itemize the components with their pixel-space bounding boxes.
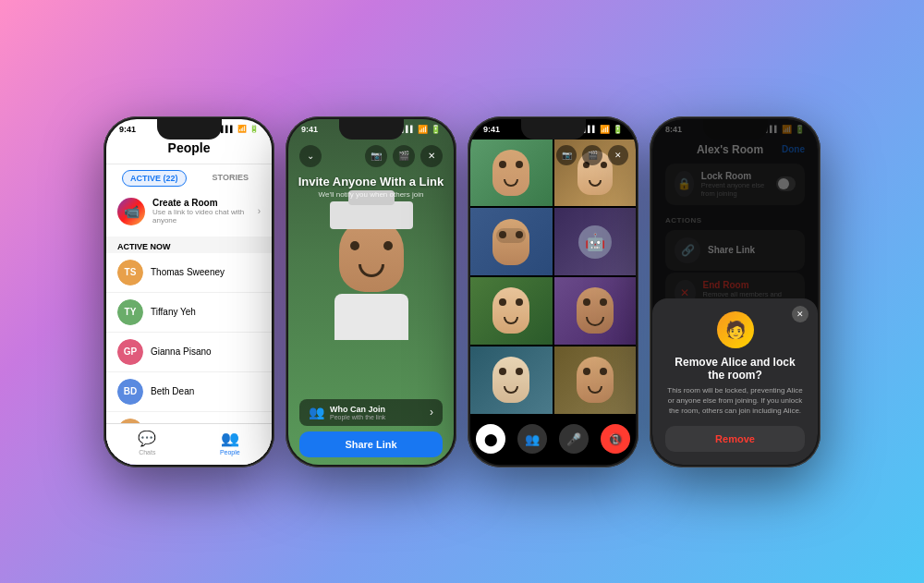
who-chevron-icon: › [430,406,433,419]
phone-4: 8:41 ▌▌▌ 📶 🔋 Alex's Room Done 🔒 Lock Roo… [650,116,821,468]
video-top-controls: 📷 🎬 ✕ [556,145,628,165]
phone2-battery: 🔋 [431,125,441,134]
close-video-icon[interactable]: ✕ [608,145,628,165]
contact-name: Thomas Sweeney [151,267,225,277]
create-room-text: Create a Room Use a link to video chat w… [152,198,250,225]
video-effects-icon[interactable]: 🎬 [582,145,602,165]
avatar-gianna: GP [117,339,143,365]
phone2-time: 9:41 [301,125,318,134]
people-group-icon: 👥 [309,405,324,419]
contact-name: Tiffany Yeh [151,307,196,317]
video-bottom-controls: ⬤ 👥 🎤 📵 [470,414,636,465]
video-cell-5 [470,277,553,345]
face-1 [470,140,553,207]
nav-chats[interactable]: 💬 Chats [138,430,156,455]
camera-flip-icon[interactable]: 📷 [556,145,577,165]
face-8 [554,346,637,414]
phone3-time: 9:41 [483,125,500,134]
phone3-wifi: 📶 [600,125,610,134]
phone-1: 9:41 ▌▌▌ 📶 🔋 People ACTIVE (22) STORIES … [103,116,274,468]
phone1-battery: 🔋 [249,125,259,133]
bottom-nav: 💬 Chats 👥 People [106,423,272,465]
invite-subtitle: We'll notify you when others join [319,190,424,199]
create-room-icon: 📹 [117,198,145,225]
invite-title: Invite Anyone With a Link [298,175,444,188]
who-can-join-value: People with the link [330,414,385,420]
contact-row[interactable]: TY Tiffany Yeh [106,293,272,333]
add-people-icon[interactable]: 👥 [517,424,547,454]
video-cell-4: 🤖 [554,208,637,275]
contact-name: Beth Dean [151,386,194,396]
alice-avatar: 🧑 [717,311,754,348]
create-room-title: Create a Room [152,198,250,208]
remove-alice-modal: ✕ 🧑 Remove Alice and lock the room? This… [652,119,818,465]
shutter-button[interactable]: ⬤ [476,424,505,454]
avatar-thomas: TS [117,260,143,285]
modal-title: Remove Alice and lock the room? [665,356,805,382]
phone3-battery: 🔋 [613,125,623,134]
modal-card: ✕ 🧑 Remove Alice and lock the room? This… [652,298,818,465]
invite-bottom: 👥 Who Can Join People with the link › Sh… [288,399,454,457]
face-6 [554,277,637,345]
contact-name: Gianna Pisano [151,346,212,357]
phone2-wifi: 📶 [418,125,428,134]
close-icon[interactable]: ✕ [420,145,443,167]
avatar-beth: BD [117,379,143,405]
create-room-subtitle: Use a link to video chat with anyone [152,208,250,225]
create-room-row[interactable]: 📹 Create a Room Use a link to video chat… [106,190,272,233]
down-chevron-icon[interactable]: ⌄ [299,145,322,167]
video-cell-6 [554,277,637,345]
video-cell-3 [470,208,553,275]
who-left: 👥 Who Can Join People with the link [309,405,385,420]
invite-overlay: ⌄ 📷 🎬 ✕ Invite Anyone With a Link We'll … [288,145,454,199]
nav-chats-label: Chats [139,449,155,455]
people-tabs: ACTIVE (22) STORIES [106,164,272,190]
phone3-notch [521,119,586,140]
phone1-signal: ▌▌▌ [221,126,235,132]
phone1-notch [157,119,222,140]
phone2-notch [339,119,404,140]
face-7 [470,346,553,414]
nav-people-label: People [220,449,240,455]
remove-button[interactable]: Remove [665,426,805,452]
contact-row[interactable]: BD Beth Dean [106,372,272,412]
modal-close-button[interactable]: ✕ [792,306,808,322]
face-5 [470,277,553,345]
contact-row[interactable]: GP Gianna Pisano [106,333,272,372]
contact-row[interactable]: TS Thomas Sweeney [106,253,272,293]
share-link-button[interactable]: Share Link [299,431,443,457]
microphone-icon[interactable]: 🎤 [559,424,589,454]
people-icon: 👥 [221,430,239,447]
video-cell-1 [470,140,553,207]
invite-nav-row: ⌄ 📷 🎬 ✕ [288,145,454,167]
people-title: People [168,140,211,155]
active-now-label: ACTIVE NOW [106,237,272,253]
tab-stories[interactable]: STORIES [205,170,256,187]
video-cell-8 [554,346,637,414]
chats-icon: 💬 [138,430,156,447]
phone-3: 9:41 ▌▌▌ 📶 🔋 [468,116,638,468]
who-text: Who Can Join People with the link [330,405,385,420]
phone1-wifi: 📶 [237,125,247,133]
face-4: 🤖 [554,208,637,275]
face-3 [470,208,553,275]
people-header: People [106,136,272,164]
phone-2: 9:41 ▌▌▌ 📶 🔋 ⌄ 📷 🎬 ✕ Invite Anyone With … [286,116,456,468]
modal-description: This room will be locked, preventing Ali… [665,385,805,417]
alice-avatar-row: 🧑 [665,311,805,348]
who-can-join-row[interactable]: 👥 Who Can Join People with the link › [299,399,443,426]
phone1-time: 9:41 [119,125,136,134]
avatar-tiffany: TY [117,299,143,325]
video-cell-7 [470,346,553,414]
nav-people[interactable]: 👥 People [220,430,240,455]
who-can-join-label: Who Can Join [330,405,385,414]
tab-active[interactable]: ACTIVE (22) [122,170,187,187]
chevron-icon: › [258,206,261,216]
video-icon[interactable]: 🎬 [393,145,415,167]
camera-switch-icon[interactable]: 📷 [365,145,387,167]
video-grid: 🤖 [470,140,636,414]
end-call-button[interactable]: 📵 [601,424,630,454]
